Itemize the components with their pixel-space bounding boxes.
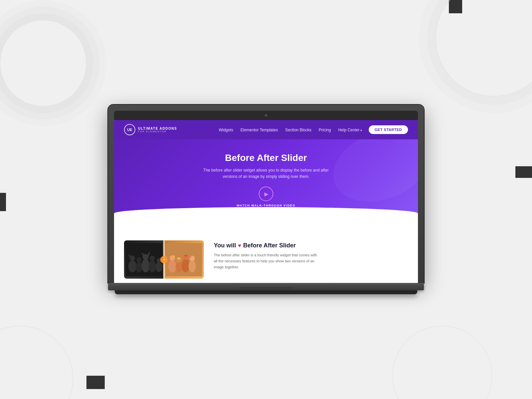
svg-point-17 — [176, 262, 182, 272]
before-after-image: ⇔ — [124, 240, 204, 279]
color-crowd-svg — [166, 243, 202, 276]
logo-text: ULTIMATE ADDONS FOR ELEMENTOR — [138, 127, 177, 133]
bg-circle-3 — [392, 326, 492, 399]
svg-point-26 — [190, 256, 192, 258]
svg-point-5 — [142, 259, 150, 272]
site-logo: UE ULTIMATE ADDONS FOR ELEMENTOR — [124, 124, 177, 135]
video-label: WATCH WALK-THROUGH VIDEO — [124, 204, 408, 207]
svg-point-19 — [182, 259, 190, 272]
svg-point-9 — [156, 262, 162, 272]
hero-section: Before After Slider The before after sli… — [114, 139, 418, 234]
hero-title: Before After Slider — [124, 153, 408, 163]
nav-link-section-blocks[interactable]: Section Blocks — [285, 128, 312, 132]
heart-icon: ♥ — [238, 243, 241, 249]
svg-point-1 — [128, 260, 136, 272]
bg-square-3 — [0, 193, 6, 211]
logo-icon: UE — [124, 124, 135, 135]
logo-icon-text: UE — [127, 128, 132, 132]
content-title: You will ♥ Before After Slider — [214, 242, 408, 249]
nav-item-section-blocks[interactable]: Section Blocks — [285, 127, 312, 133]
svg-point-20 — [183, 254, 189, 260]
nav-item-pricing[interactable]: Pricing — [319, 127, 331, 133]
get-started-button[interactable]: GET STARTED — [369, 125, 408, 134]
logo-main-text: ULTIMATE ADDONS — [138, 127, 177, 130]
laptop-screen: UE ULTIMATE ADDONS FOR ELEMENTOR Widgets… — [114, 120, 418, 283]
laptop-camera — [265, 114, 267, 117]
svg-point-4 — [137, 257, 141, 262]
svg-point-8 — [150, 256, 155, 261]
play-button[interactable]: ▶ — [259, 187, 273, 201]
svg-point-25 — [173, 255, 175, 257]
nav-links: Widgets Elementor Templates Section Bloc… — [219, 127, 362, 133]
laptop-body: UE ULTIMATE ADDONS FOR ELEMENTOR Widgets… — [108, 105, 424, 283]
hero-description: The before after slider widget allows yo… — [203, 167, 329, 180]
bg-circle-2 — [436, 0, 532, 96]
site-navigation: UE ULTIMATE ADDONS FOR ELEMENTOR Widgets… — [114, 120, 418, 139]
svg-point-3 — [136, 262, 142, 272]
nav-item-widgets[interactable]: Widgets — [219, 127, 233, 133]
laptop-camera-bar — [114, 111, 418, 120]
after-image — [164, 240, 204, 279]
content-title-suffix: Before After Slider — [243, 242, 296, 249]
bg-square-2 — [515, 166, 532, 178]
bg-square-1 — [449, 0, 462, 13]
nav-link-help[interactable]: Help Center — [338, 128, 362, 132]
laptop-base — [108, 283, 424, 290]
laptop-wrapper: UE ULTIMATE ADDONS FOR ELEMENTOR Widgets… — [108, 105, 424, 294]
laptop-base-notch — [239, 287, 293, 290]
nav-link-pricing[interactable]: Pricing — [319, 128, 331, 132]
bg-circle-1 — [0, 20, 86, 106]
logo-sub-text: FOR ELEMENTOR — [138, 130, 177, 133]
bg-circle-4 — [0, 326, 73, 399]
content-description: The before after slider is a touch frien… — [214, 252, 320, 270]
slider-handle[interactable]: ⇔ — [160, 256, 168, 263]
content-text: You will ♥ Before After Slider The befor… — [214, 240, 408, 270]
nav-item-elementor[interactable]: Elementor Templates — [240, 127, 278, 133]
svg-point-7 — [149, 260, 156, 272]
bg-square-4 — [86, 376, 105, 389]
laptop-foot — [115, 290, 417, 294]
svg-point-15 — [168, 260, 176, 272]
svg-rect-24 — [184, 255, 188, 256]
svg-point-21 — [189, 260, 196, 272]
before-image — [124, 240, 164, 279]
svg-rect-23 — [178, 258, 180, 259]
play-icon: ▶ — [264, 191, 268, 197]
content-title-text: You will — [214, 242, 236, 249]
content-section: ⇔ You will ♥ Before After Slider The bef… — [114, 234, 418, 283]
nav-link-elementor[interactable]: Elementor Templates — [240, 128, 278, 132]
bw-crowd-svg — [126, 243, 162, 276]
nav-link-widgets[interactable]: Widgets — [219, 128, 233, 132]
nav-item-help[interactable]: Help Center — [338, 127, 362, 133]
